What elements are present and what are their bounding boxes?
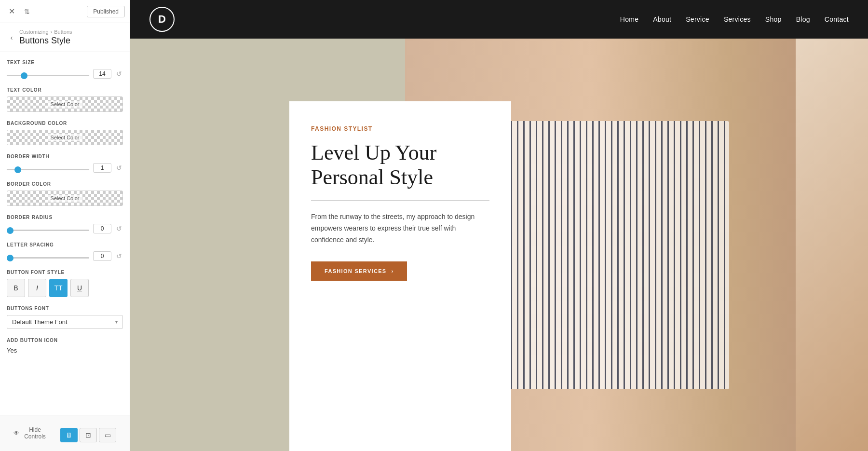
add-button-icon-value: Yes bbox=[7, 347, 123, 354]
hide-controls-label: Hide Controls bbox=[21, 426, 49, 440]
border-radius-control: BORDER RADIUS 0 ↺ bbox=[7, 215, 123, 233]
nav-link-services[interactable]: Services bbox=[724, 15, 751, 23]
text-color-select-label: Select Color bbox=[48, 101, 82, 108]
text-size-control: TEXT SIZE 14 ↺ bbox=[7, 60, 123, 79]
border-width-reset[interactable]: ↺ bbox=[115, 164, 123, 172]
breadcrumb-child: Buttons bbox=[54, 29, 72, 35]
content-card: FASHION STYLIST Level Up Your Personal S… bbox=[289, 101, 511, 451]
text-color-label: TEXT COLOR bbox=[7, 87, 123, 93]
underline-button[interactable]: U bbox=[70, 279, 89, 297]
tablet-device-button[interactable]: ⊡ bbox=[80, 428, 97, 442]
hero-title-line2: Personal Style bbox=[311, 165, 433, 189]
border-radius-row: 0 ↺ bbox=[7, 224, 123, 233]
nav-link-contact[interactable]: Contact bbox=[825, 15, 849, 23]
text-size-value[interactable]: 14 bbox=[93, 69, 111, 79]
cta-label: FASHION SERVICES bbox=[325, 268, 387, 274]
back-button[interactable]: ‹ bbox=[5, 31, 18, 44]
left-panel: ✕ ⇅ Published ‹ Customizing › Buttons Bu… bbox=[0, 0, 130, 451]
letter-spacing-slider[interactable] bbox=[7, 257, 89, 259]
panel-footer: 👁 Hide Controls 🖥 ⊡ ▭ bbox=[0, 415, 130, 451]
chevron-down-icon: ▾ bbox=[115, 319, 118, 325]
border-radius-slider[interactable] bbox=[7, 230, 89, 231]
add-button-icon-label: ADD BUTTON ICON bbox=[7, 338, 123, 343]
border-width-slider[interactable] bbox=[7, 169, 89, 170]
panel-header-text: Customizing › Buttons Buttons Style bbox=[19, 29, 72, 46]
border-color-picker[interactable]: Select Color bbox=[7, 191, 123, 206]
preview-area: D Home About Service Services Shop Blog … bbox=[130, 0, 868, 451]
site-nav: D Home About Service Services Shop Blog … bbox=[130, 0, 868, 39]
border-radius-value[interactable]: 0 bbox=[93, 224, 111, 233]
letter-spacing-control: LETTER SPACING 0 ↺ bbox=[7, 242, 123, 261]
letter-spacing-value[interactable]: 0 bbox=[93, 251, 111, 261]
text-color-control: TEXT COLOR Select Color bbox=[7, 87, 123, 112]
buttons-font-control: BUTTONS FONT Default Theme Font ▾ bbox=[7, 306, 123, 329]
published-button[interactable]: Published bbox=[87, 6, 125, 17]
italic-button[interactable]: I bbox=[28, 279, 46, 297]
border-color-label: BORDER COLOR bbox=[7, 181, 123, 187]
main-preview: FASHION STYLIST Level Up Your Personal S… bbox=[130, 39, 868, 451]
nav-link-about[interactable]: About bbox=[653, 15, 671, 23]
nav-link-shop[interactable]: Shop bbox=[765, 15, 782, 23]
hero-description: From the runway to the streets, my appro… bbox=[311, 211, 489, 246]
site-logo: D bbox=[149, 7, 175, 32]
hero-title: Level Up Your Personal Style bbox=[311, 141, 489, 190]
hide-controls-button[interactable]: 👁 Hide Controls bbox=[14, 426, 49, 440]
content-left: FASHION STYLIST Level Up Your Personal S… bbox=[130, 39, 405, 451]
text-size-label: TEXT SIZE bbox=[7, 60, 123, 65]
background-color-picker[interactable]: Select Color bbox=[7, 130, 123, 145]
tt-button[interactable]: TT bbox=[49, 279, 68, 297]
font-style-row: B I TT U bbox=[7, 279, 123, 297]
cta-button[interactable]: FASHION SERVICES › bbox=[311, 261, 407, 281]
panel-header: ‹ Customizing › Buttons Buttons Style bbox=[0, 23, 130, 52]
text-size-row: 14 ↺ bbox=[7, 69, 123, 79]
border-width-value[interactable]: 1 bbox=[93, 163, 111, 173]
buttons-font-label: BUTTONS FONT bbox=[7, 306, 123, 311]
letter-spacing-reset[interactable]: ↺ bbox=[115, 252, 123, 260]
buttons-font-value: Default Theme Font bbox=[12, 318, 115, 326]
border-radius-slider-wrap bbox=[7, 224, 89, 233]
border-radius-reset[interactable]: ↺ bbox=[115, 225, 123, 232]
device-buttons: 🖥 ⊡ ▭ bbox=[60, 428, 116, 442]
letter-spacing-slider-wrap bbox=[7, 252, 89, 260]
text-size-slider[interactable] bbox=[7, 75, 89, 76]
text-size-slider-wrap bbox=[7, 69, 89, 78]
text-color-picker[interactable]: Select Color bbox=[7, 96, 123, 112]
bold-button[interactable]: B bbox=[7, 279, 25, 297]
hero-title-line1: Level Up Your bbox=[311, 141, 436, 164]
letter-spacing-label: LETTER SPACING bbox=[7, 242, 123, 247]
mobile-device-button[interactable]: ▭ bbox=[99, 428, 116, 442]
breadcrumb: Customizing › Buttons bbox=[19, 29, 72, 35]
nav-link-home[interactable]: Home bbox=[620, 15, 638, 23]
button-font-style-control: BUTTON FONT STYLE B I TT U bbox=[7, 270, 123, 297]
background-color-control: BACKGROUND COLOR Select Color bbox=[7, 121, 123, 145]
page-title: Buttons Style bbox=[19, 36, 72, 46]
cta-arrow-icon: › bbox=[392, 268, 394, 274]
text-size-reset[interactable]: ↺ bbox=[115, 70, 123, 78]
border-color-control: BORDER COLOR Select Color bbox=[7, 181, 123, 206]
panel-content: TEXT SIZE 14 ↺ TEXT COLOR Select Color B… bbox=[0, 52, 130, 415]
button-font-style-label: BUTTON FONT STYLE bbox=[7, 270, 123, 275]
right-edge-image bbox=[796, 39, 868, 451]
desktop-device-button[interactable]: 🖥 bbox=[60, 428, 78, 442]
add-button-icon-control: ADD BUTTON ICON Yes bbox=[7, 338, 123, 354]
eye-icon: 👁 bbox=[14, 430, 19, 437]
border-width-control: BORDER WIDTH 1 ↺ bbox=[7, 154, 123, 173]
fashion-label: FASHION STYLIST bbox=[311, 125, 489, 132]
buttons-font-dropdown[interactable]: Default Theme Font ▾ bbox=[7, 315, 123, 329]
border-width-slider-wrap bbox=[7, 164, 89, 172]
footer-row: 👁 Hide Controls 🖥 ⊡ ▭ bbox=[7, 420, 123, 446]
breadcrumb-parent: Customizing bbox=[19, 29, 49, 35]
nav-link-blog[interactable]: Blog bbox=[796, 15, 810, 23]
letter-spacing-row: 0 ↺ bbox=[7, 251, 123, 261]
hero-divider bbox=[311, 200, 489, 201]
nav-links: Home About Service Services Shop Blog Co… bbox=[620, 15, 849, 23]
nav-link-service[interactable]: Service bbox=[686, 15, 709, 23]
close-button[interactable]: ✕ bbox=[5, 5, 18, 18]
panel-top-bar: ✕ ⇅ Published bbox=[0, 0, 130, 23]
border-radius-label: BORDER RADIUS bbox=[7, 215, 123, 220]
sort-button[interactable]: ⇅ bbox=[20, 5, 34, 18]
background-color-label: BACKGROUND COLOR bbox=[7, 121, 123, 126]
border-width-row: 1 ↺ bbox=[7, 163, 123, 173]
border-width-label: BORDER WIDTH bbox=[7, 154, 123, 159]
background-color-select-label: Select Color bbox=[48, 134, 82, 141]
